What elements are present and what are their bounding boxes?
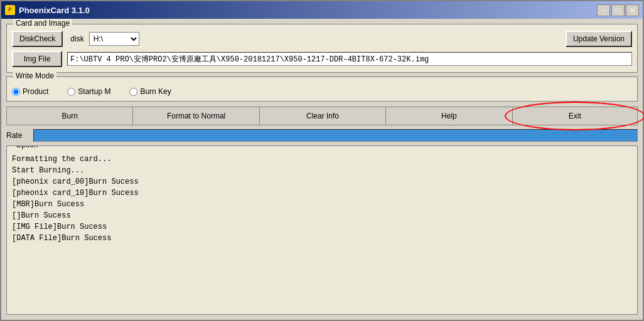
radio-startup-label: Startup M bbox=[78, 87, 110, 96]
rate-label: Rate bbox=[6, 131, 28, 140]
maximize-button[interactable]: □ bbox=[611, 4, 625, 16]
write-mode-group-title: Write Mode bbox=[13, 71, 56, 80]
title-bar: P PhoenixCard 3.1.0 ─ □ ✕ bbox=[1, 1, 643, 19]
img-file-button[interactable]: Img File bbox=[12, 51, 62, 67]
radio-group: Product Startup M Burn Key bbox=[12, 87, 632, 96]
help-button[interactable]: Help bbox=[385, 107, 512, 125]
radio-product-label: Product bbox=[23, 87, 48, 96]
action-row: Burn Format to Normal Clear Info Help Ex… bbox=[6, 107, 638, 125]
disk-label: disk bbox=[70, 34, 83, 43]
window-title: PhoenixCard 3.1.0 bbox=[19, 6, 90, 15]
option-group: Option Formatting the card... Start Burn… bbox=[6, 145, 638, 315]
exit-button[interactable]: Exit bbox=[512, 107, 638, 125]
radio-product-input[interactable] bbox=[12, 88, 20, 96]
write-mode-group: Write Mode Product Startup M Burn Key bbox=[6, 76, 638, 102]
title-buttons: ─ □ ✕ bbox=[597, 4, 639, 16]
exit-button-wrapper: Exit bbox=[512, 107, 638, 125]
option-group-title: Option bbox=[13, 145, 40, 149]
format-normal-button[interactable]: Format to Normal bbox=[132, 107, 259, 125]
card-image-group-title: Card and Image bbox=[13, 19, 72, 28]
close-button[interactable]: ✕ bbox=[626, 4, 639, 16]
card-image-row1: DiskCheck disk H:\ Update Version bbox=[12, 31, 632, 47]
radio-startup-input[interactable] bbox=[67, 88, 75, 96]
window-body: Card and Image DiskCheck disk H:\ Update… bbox=[1, 19, 643, 320]
diskcheck-button[interactable]: DiskCheck bbox=[12, 31, 63, 47]
title-bar-left: P PhoenixCard 3.1.0 bbox=[5, 5, 90, 15]
clear-info-button[interactable]: Clear Info bbox=[259, 107, 385, 125]
app-icon: P bbox=[5, 5, 15, 15]
radio-burnkey-input[interactable] bbox=[129, 88, 137, 96]
rate-bar-fill bbox=[34, 130, 637, 141]
main-window: P PhoenixCard 3.1.0 ─ □ ✕ Card and Image… bbox=[0, 0, 644, 321]
radio-burnkey-label: Burn Key bbox=[140, 87, 171, 96]
update-version-button[interactable]: Update Version bbox=[566, 31, 632, 47]
card-image-row2: Img File bbox=[12, 51, 632, 67]
radio-burnkey[interactable]: Burn Key bbox=[129, 87, 171, 96]
minimize-button[interactable]: ─ bbox=[597, 4, 610, 16]
card-image-group: Card and Image DiskCheck disk H:\ Update… bbox=[6, 24, 638, 73]
file-path-input[interactable] bbox=[67, 52, 632, 66]
rate-bar-container bbox=[33, 129, 638, 142]
radio-startup[interactable]: Startup M bbox=[67, 87, 110, 96]
disk-select[interactable]: H:\ bbox=[89, 32, 139, 46]
rate-row: Rate bbox=[6, 129, 638, 142]
radio-product[interactable]: Product bbox=[12, 87, 48, 96]
burn-button[interactable]: Burn bbox=[6, 107, 132, 125]
log-area: Formatting the card... Start Burning... … bbox=[7, 150, 637, 314]
